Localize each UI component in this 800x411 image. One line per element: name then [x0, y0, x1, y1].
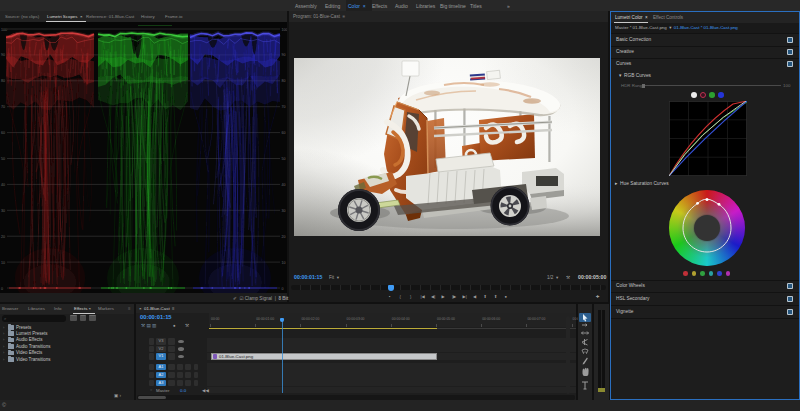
- svg-text:90: 90: [1, 53, 5, 57]
- svg-text:80: 80: [282, 79, 286, 83]
- svg-text:10: 10: [282, 261, 286, 265]
- svg-text:80: 80: [1, 79, 5, 83]
- svg-text:100: 100: [282, 28, 288, 32]
- svg-text:40: 40: [1, 183, 5, 187]
- svg-text:60: 60: [282, 131, 286, 135]
- svg-text:20: 20: [1, 235, 5, 239]
- svg-text:90: 90: [282, 53, 286, 57]
- svg-text:30: 30: [282, 209, 286, 213]
- svg-text:100: 100: [1, 28, 7, 32]
- svg-text:60: 60: [1, 131, 5, 135]
- svg-text:0: 0: [282, 287, 284, 291]
- svg-text:20: 20: [282, 235, 286, 239]
- svg-text:50: 50: [282, 157, 286, 161]
- svg-text:0: 0: [1, 287, 3, 291]
- svg-text:70: 70: [1, 105, 5, 109]
- svg-text:50: 50: [1, 157, 5, 161]
- svg-text:10: 10: [1, 261, 5, 265]
- svg-text:30: 30: [1, 209, 5, 213]
- svg-text:40: 40: [282, 183, 286, 187]
- svg-text:70: 70: [282, 105, 286, 109]
